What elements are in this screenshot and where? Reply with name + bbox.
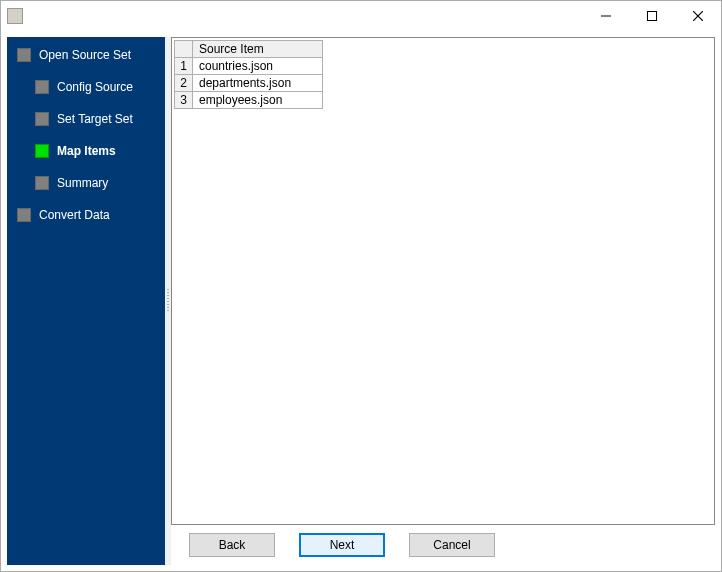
col-header-source-item[interactable]: Source Item — [193, 41, 323, 58]
table-corner — [175, 41, 193, 58]
cell-source-item: departments.json — [193, 75, 323, 92]
button-bar: Back Next Cancel — [171, 525, 715, 565]
cancel-button[interactable]: Cancel — [409, 533, 495, 557]
main-panel: Source Item 1 countries.json 2 departmen… — [171, 37, 715, 565]
table-row[interactable]: 3 employees.json — [175, 92, 323, 109]
dialog-body: Open Source Set Config Source Set Target… — [1, 31, 721, 571]
step-label: Map Items — [57, 144, 116, 158]
step-label: Set Target Set — [57, 112, 133, 126]
step-convert-data[interactable]: Convert Data — [7, 205, 165, 225]
row-number: 2 — [175, 75, 193, 92]
svg-rect-1 — [648, 12, 657, 21]
step-label: Summary — [57, 176, 108, 190]
table-row[interactable]: 1 countries.json — [175, 58, 323, 75]
step-summary[interactable]: Summary — [7, 173, 165, 193]
maximize-button[interactable] — [629, 1, 675, 31]
close-button[interactable] — [675, 1, 721, 31]
step-box-icon — [17, 48, 31, 62]
minimize-button[interactable] — [583, 1, 629, 31]
wizard-steps-tree: Open Source Set Config Source Set Target… — [7, 45, 165, 225]
step-label: Convert Data — [39, 208, 110, 222]
step-config-source[interactable]: Config Source — [7, 77, 165, 97]
step-set-target-set[interactable]: Set Target Set — [7, 109, 165, 129]
step-label: Config Source — [57, 80, 133, 94]
cell-source-item: employees.json — [193, 92, 323, 109]
wizard-sidebar: Open Source Set Config Source Set Target… — [7, 37, 165, 565]
source-items-table: Source Item 1 countries.json 2 departmen… — [174, 40, 323, 109]
step-box-icon — [17, 208, 31, 222]
window-controls — [583, 1, 721, 31]
step-box-icon — [35, 144, 49, 158]
next-button[interactable]: Next — [299, 533, 385, 557]
content-area: Source Item 1 countries.json 2 departmen… — [171, 37, 715, 525]
titlebar — [1, 1, 721, 31]
grip-icon — [167, 289, 169, 313]
wizard-window: Open Source Set Config Source Set Target… — [0, 0, 722, 572]
step-box-icon — [35, 176, 49, 190]
app-icon — [7, 8, 23, 24]
step-box-icon — [35, 112, 49, 126]
row-number: 3 — [175, 92, 193, 109]
cell-source-item: countries.json — [193, 58, 323, 75]
row-number: 1 — [175, 58, 193, 75]
step-label: Open Source Set — [39, 48, 131, 62]
back-button[interactable]: Back — [189, 533, 275, 557]
table-header-row: Source Item — [175, 41, 323, 58]
maximize-icon — [647, 11, 657, 21]
table-row[interactable]: 2 departments.json — [175, 75, 323, 92]
step-open-source-set[interactable]: Open Source Set — [7, 45, 165, 65]
step-map-items[interactable]: Map Items — [7, 141, 165, 161]
close-icon — [693, 11, 703, 21]
step-box-icon — [35, 80, 49, 94]
minimize-icon — [601, 11, 611, 21]
